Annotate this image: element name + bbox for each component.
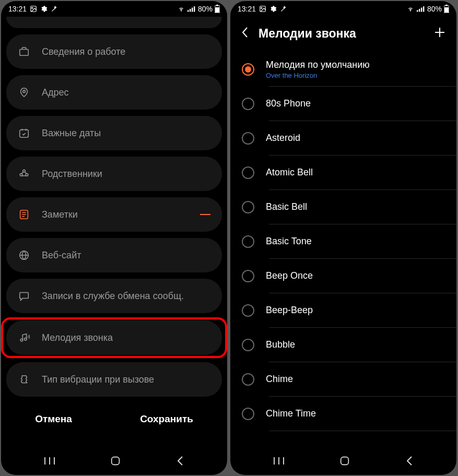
ringtone-item[interactable]: Basic Bell: [242, 190, 456, 224]
svg-rect-5: [194, 6, 195, 11]
radio[interactable]: [242, 408, 254, 420]
svg-rect-4: [192, 8, 193, 12]
list-label: Сведения о работе: [42, 46, 210, 57]
calendar-icon: [18, 127, 30, 139]
location-icon: [18, 86, 30, 99]
ringtone-subtitle: Over the Horizon: [266, 72, 370, 79]
battery-percent: 80%: [427, 5, 442, 13]
radio[interactable]: [242, 201, 254, 213]
nav-recents-icon[interactable]: [44, 456, 55, 468]
ringtone-item[interactable]: Asteroid: [242, 121, 456, 155]
list-item-vibration[interactable]: Тип вибрации при вызове: [6, 362, 222, 397]
ringtone-name: Basic Tone: [266, 236, 312, 247]
ringtone-name: Chime: [266, 374, 293, 385]
highlight-box: Мелодия звонка: [1, 317, 227, 358]
ringtone-name: Beep Once: [266, 270, 313, 281]
nav-home-icon[interactable]: [110, 455, 121, 469]
svg-rect-30: [445, 5, 448, 6]
status-time: 13:21: [8, 5, 27, 13]
back-icon[interactable]: [241, 26, 249, 41]
list-label: Адрес: [42, 87, 210, 98]
ringtone-item[interactable]: 80s Phone: [242, 87, 456, 121]
list-item-ringtone[interactable]: Мелодия звонка: [6, 320, 222, 355]
bottom-actions: Отмена Сохранить: [1, 400, 227, 433]
chat-icon: [18, 290, 30, 302]
battery-icon: [215, 5, 220, 13]
ringtone-item[interactable]: Basic Tone: [242, 224, 456, 258]
radio[interactable]: [242, 98, 254, 110]
ringtone-name: Chime Time: [266, 408, 316, 419]
radio[interactable]: [242, 373, 254, 386]
wifi-icon: [177, 5, 185, 13]
svg-point-12: [23, 170, 26, 172]
svg-rect-37: [341, 457, 349, 465]
list-item-messaging[interactable]: Записи в службе обмена сообщ.: [6, 279, 222, 313]
svg-rect-31: [444, 7, 449, 13]
nav-back-icon[interactable]: [176, 455, 184, 469]
nav-recents-icon[interactable]: [273, 456, 285, 468]
svg-point-24: [261, 7, 262, 8]
battery-icon: [444, 5, 449, 13]
gear-icon: [269, 5, 277, 13]
list-item-work[interactable]: Сведения о работе: [6, 34, 222, 69]
ringtone-item[interactable]: Chime Time: [242, 397, 456, 431]
picture-icon: [30, 5, 37, 13]
radio[interactable]: [242, 304, 254, 317]
ringtone-item[interactable]: Beep-Beep: [242, 293, 456, 327]
ringtone-list: Мелодия по умолчанию Over the Horizon 80…: [230, 52, 456, 449]
radio[interactable]: [242, 235, 254, 248]
nav-bar: [230, 449, 456, 475]
wand-icon: [51, 5, 58, 13]
signal-icon: [417, 5, 425, 13]
list-label: Мелодия звонка: [42, 332, 210, 343]
svg-rect-2: [187, 10, 189, 11]
radio[interactable]: [242, 166, 254, 179]
battery-percent: 80%: [198, 5, 213, 13]
svg-point-17: [20, 339, 23, 341]
ringtone-name: Basic Bell: [266, 201, 307, 212]
header: Мелодии звонка: [230, 17, 456, 52]
ringtone-name: Bubble: [266, 339, 295, 350]
radio[interactable]: [242, 132, 254, 145]
svg-rect-27: [421, 8, 422, 12]
radio[interactable]: [242, 270, 254, 282]
ringtone-item-default[interactable]: Мелодия по умолчанию Over the Horizon: [242, 52, 456, 86]
minus-icon[interactable]: [200, 214, 210, 215]
ringtone-item[interactable]: Chime: [242, 362, 456, 396]
phone-left: 13:21 80%: [1, 1, 227, 475]
people-icon: [18, 168, 30, 180]
wand-icon: [280, 5, 287, 13]
list-label: Заметки: [42, 209, 189, 220]
list-item-website[interactable]: Веб-сайт: [6, 238, 222, 272]
svg-rect-26: [419, 9, 420, 12]
gear-icon: [40, 5, 48, 13]
svg-rect-8: [215, 7, 219, 13]
save-button[interactable]: Сохранить: [130, 409, 204, 429]
nav-home-icon[interactable]: [339, 455, 350, 469]
plus-icon[interactable]: [433, 26, 446, 41]
radio-selected[interactable]: [242, 63, 254, 76]
cancel-button[interactable]: Отмена: [25, 409, 83, 429]
status-time: 13:21: [238, 5, 256, 13]
list-item-partial: [6, 17, 222, 28]
nav-back-icon[interactable]: [405, 455, 414, 469]
vibration-icon: [18, 373, 30, 386]
list-item-address[interactable]: Адрес: [6, 75, 222, 110]
svg-point-10: [23, 90, 26, 93]
status-bar: 13:21 80%: [1, 1, 227, 17]
ringtone-name: Beep-Beep: [266, 305, 313, 316]
list-item-dates[interactable]: Важные даты: [6, 116, 222, 150]
ringtone-name: Atomic Bell: [266, 167, 313, 178]
svg-rect-7: [216, 5, 218, 6]
ringtone-item[interactable]: Bubble: [242, 328, 456, 362]
ringtone-item[interactable]: Atomic Bell: [242, 156, 456, 189]
ringtone-icon: [18, 331, 30, 344]
list-item-notes[interactable]: Заметки: [6, 197, 222, 232]
svg-rect-9: [20, 49, 29, 55]
radio[interactable]: [242, 339, 254, 351]
list-item-relatives[interactable]: Родственники: [6, 157, 222, 191]
status-bar: 13:21 80%: [230, 1, 456, 17]
ringtone-item[interactable]: Beep Once: [242, 259, 456, 293]
note-icon: [18, 208, 30, 221]
page-title: Мелодии звонка: [259, 27, 424, 41]
